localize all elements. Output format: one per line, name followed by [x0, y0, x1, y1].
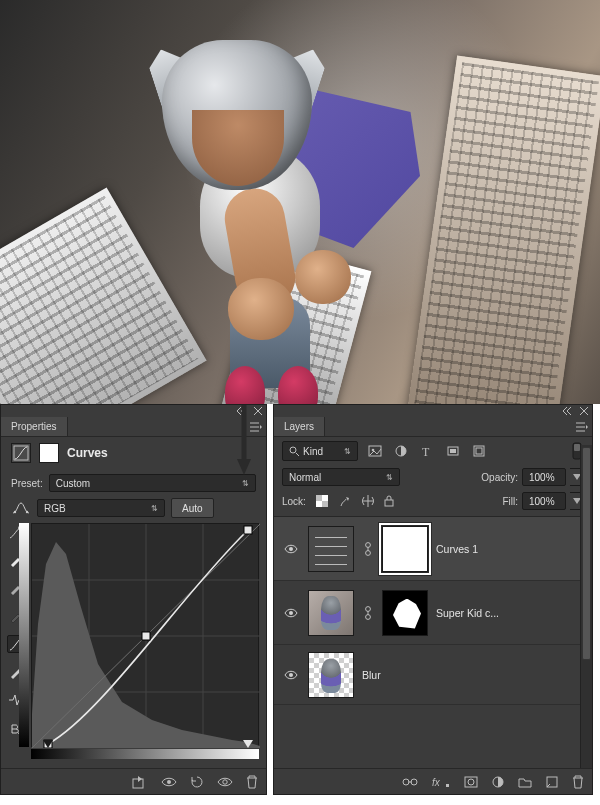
fill-label: Fill: [502, 496, 518, 507]
clip-to-layer-icon[interactable] [132, 775, 148, 789]
svg-rect-28 [450, 449, 456, 453]
preset-select[interactable]: Custom ⇅ [49, 474, 256, 492]
filter-adjust-icon[interactable] [392, 442, 410, 460]
svg-line-22 [296, 453, 299, 456]
trash-icon[interactable] [572, 775, 584, 789]
adjustment-title: Curves [67, 446, 108, 460]
svg-point-42 [366, 606, 371, 611]
trash-icon[interactable] [246, 775, 258, 789]
layer-row-curves[interactable]: Curves 1 [274, 517, 592, 581]
panel-menu-icon[interactable] [572, 422, 592, 432]
panel-menu-icon[interactable] [246, 422, 266, 432]
channel-value: RGB [44, 503, 66, 514]
layer-row-superkid[interactable]: Super Kid c... [274, 581, 592, 645]
layer-fx-icon[interactable]: fx [432, 776, 450, 788]
svg-point-52 [468, 779, 474, 785]
svg-point-1 [14, 511, 16, 513]
chevron-updown-icon: ⇅ [386, 473, 393, 482]
mask-thumbnail[interactable] [382, 526, 428, 572]
lock-position-icon[interactable] [362, 495, 374, 507]
svg-rect-16 [142, 632, 150, 640]
layer-name[interactable]: Blur [362, 669, 381, 681]
svg-point-38 [366, 542, 371, 547]
svg-text:fx: fx [432, 777, 441, 788]
preset-value: Custom [56, 478, 90, 489]
layer-filter-kind[interactable]: Kind ⇅ [282, 441, 358, 461]
properties-footer [1, 768, 266, 794]
svg-text:T: T [422, 445, 430, 457]
svg-rect-17 [244, 526, 252, 534]
layer-row-blur[interactable]: Blur [274, 645, 592, 705]
lock-all-icon[interactable] [384, 495, 394, 507]
svg-rect-30 [476, 448, 482, 454]
svg-point-37 [289, 547, 293, 551]
output-gradient [19, 523, 29, 747]
chevron-updown-icon: ⇅ [151, 504, 158, 513]
new-adjustment-icon[interactable] [492, 776, 504, 788]
link-icon[interactable] [362, 606, 374, 620]
filter-shape-icon[interactable] [444, 442, 462, 460]
curves-adjustment-icon [11, 443, 31, 463]
layer-name[interactable]: Curves 1 [436, 543, 478, 555]
close-icon[interactable] [254, 407, 262, 415]
lock-label: Lock: [282, 496, 306, 507]
new-layer-icon[interactable] [546, 776, 558, 788]
layers-footer: fx [274, 768, 592, 794]
svg-rect-36 [385, 500, 393, 506]
document-canvas[interactable] [0, 0, 600, 404]
collapse-left-icon[interactable] [236, 407, 248, 415]
properties-panel: Properties Curves Preset: Custom ⇅ RGB [0, 404, 267, 795]
layers-panel: Layers Kind ⇅ T Normal ⇅ [273, 404, 593, 795]
collapse-left-icon[interactable] [562, 407, 574, 415]
close-icon[interactable] [580, 407, 588, 415]
lock-transparency-icon[interactable] [316, 495, 328, 507]
visibility-icon[interactable] [282, 608, 300, 618]
adjustment-thumbnail[interactable] [308, 526, 354, 572]
properties-tab[interactable]: Properties [1, 417, 68, 436]
filter-label: Kind [303, 446, 323, 457]
new-group-icon[interactable] [518, 776, 532, 788]
visibility-icon[interactable] [282, 670, 300, 680]
svg-point-20 [223, 779, 227, 783]
input-gradient [31, 749, 259, 759]
svg-point-39 [366, 550, 371, 555]
chevron-updown-icon: ⇅ [242, 479, 249, 488]
mask-thumbnail[interactable] [382, 590, 428, 636]
layer-mask-icon[interactable] [39, 443, 59, 463]
auto-button[interactable]: Auto [171, 498, 214, 518]
layer-thumbnail[interactable] [308, 652, 354, 698]
opacity-field[interactable]: 100% [522, 468, 566, 486]
svg-rect-50 [446, 784, 449, 787]
layer-thumbnail[interactable] [308, 590, 354, 636]
filter-type-icon[interactable]: T [418, 442, 436, 460]
visibility-icon[interactable] [282, 544, 300, 554]
curves-graph[interactable] [31, 523, 259, 747]
lock-image-icon[interactable] [338, 495, 352, 507]
filter-pixel-icon[interactable] [366, 442, 384, 460]
auto-curves-icon[interactable] [11, 501, 31, 515]
fill-field[interactable]: 100% [522, 492, 566, 510]
link-icon[interactable] [362, 542, 374, 556]
link-layers-icon[interactable] [402, 777, 418, 787]
preset-label: Preset: [11, 478, 43, 489]
svg-point-41 [289, 611, 293, 615]
scrollbar[interactable] [580, 445, 592, 768]
super-kid-layer [110, 18, 370, 398]
svg-rect-35 [322, 501, 328, 507]
visibility-icon[interactable] [217, 776, 233, 788]
layers-tab[interactable]: Layers [274, 417, 325, 436]
chevron-updown-icon: ⇅ [344, 447, 351, 456]
opacity-label: Opacity: [481, 472, 518, 483]
add-mask-icon[interactable] [464, 776, 478, 788]
channel-select[interactable]: RGB ⇅ [37, 499, 165, 517]
svg-rect-34 [316, 495, 322, 501]
view-previous-icon[interactable] [161, 776, 177, 788]
filter-smart-icon[interactable] [470, 442, 488, 460]
scrollbar-thumb[interactable] [582, 447, 591, 660]
blend-mode-select[interactable]: Normal ⇅ [282, 468, 400, 486]
svg-point-43 [366, 614, 371, 619]
layer-name[interactable]: Super Kid c... [436, 607, 499, 619]
blend-mode-value: Normal [289, 472, 321, 483]
reset-icon[interactable] [190, 775, 204, 789]
svg-point-21 [290, 447, 296, 453]
